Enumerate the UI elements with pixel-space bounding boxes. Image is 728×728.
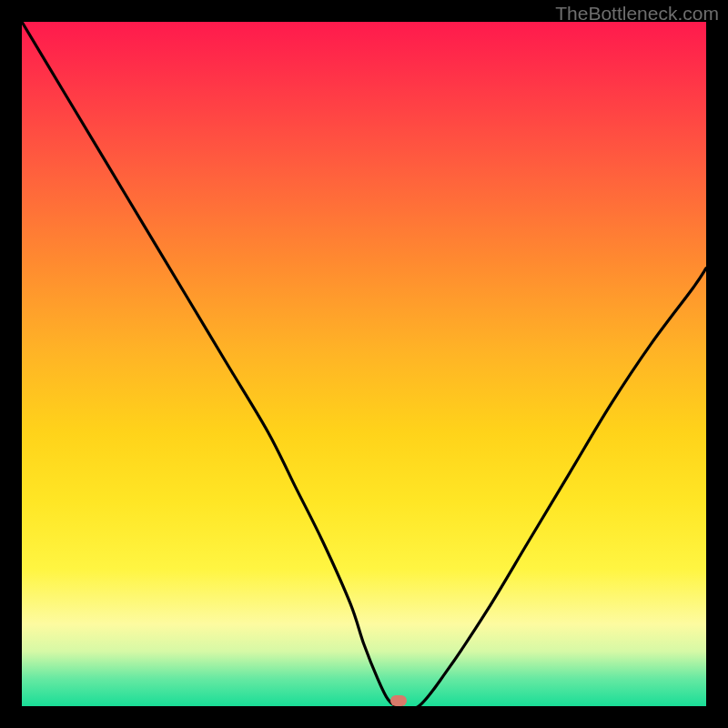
chart-plot-area: [22, 22, 706, 706]
optimal-point-marker: [390, 695, 407, 706]
watermark-text: TheBottleneck.com: [555, 3, 719, 25]
bottleneck-curve: [22, 22, 706, 706]
